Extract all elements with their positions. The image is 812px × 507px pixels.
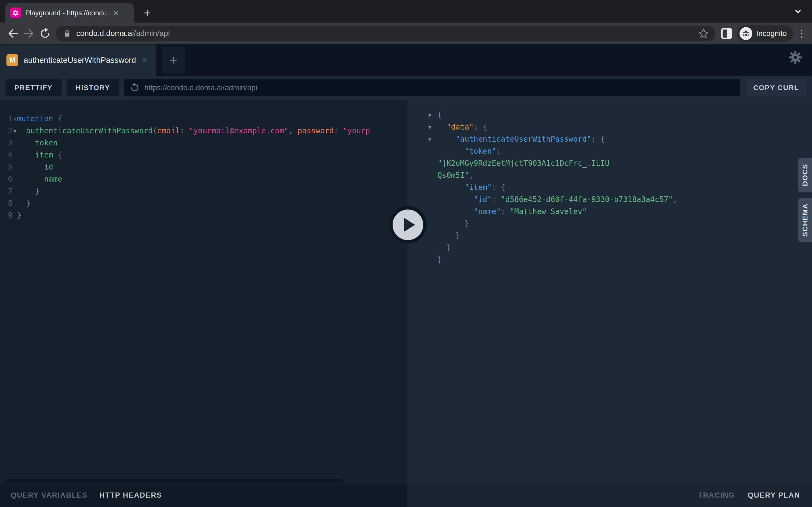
mutation-badge: M bbox=[6, 54, 18, 66]
code-line: 7 } bbox=[0, 185, 407, 197]
response-line: ▼ "authenticateUserWithPassword": { bbox=[407, 133, 812, 145]
bottom-left-panel: QUERY VARIABLES HTTP HEADERS bbox=[0, 484, 407, 507]
endpoint-url: https://condo.d.doma.ai/admin/api bbox=[145, 83, 257, 92]
incognito-label: Incognito bbox=[756, 29, 787, 38]
line-number: 5 bbox=[0, 161, 12, 173]
prettify-button[interactable]: PRETTIFY bbox=[5, 79, 62, 96]
query-variables-tab[interactable]: QUERY VARIABLES bbox=[11, 491, 88, 500]
line-number: 6 bbox=[0, 173, 12, 185]
graphql-favicon-icon bbox=[10, 7, 21, 18]
bottom-right-panel: TRACING QUERY PLAN bbox=[407, 484, 812, 507]
url-text: condo.d.doma.ai/admin/api bbox=[76, 29, 698, 38]
response-line: } bbox=[407, 254, 812, 266]
bookmark-star-icon[interactable] bbox=[698, 27, 709, 40]
response-line: "item": { bbox=[407, 181, 812, 193]
response-line: } bbox=[407, 230, 812, 242]
incognito-badge: Incognito bbox=[738, 25, 793, 42]
reload-button[interactable] bbox=[37, 25, 53, 42]
response-line: "id": "d586e452-d60f-44fa-9330-b7318a3a4… bbox=[407, 193, 812, 206]
docs-tab[interactable]: DOCS bbox=[798, 158, 812, 192]
lock-icon bbox=[62, 27, 72, 40]
side-panel-icon[interactable] bbox=[721, 28, 732, 39]
response-line: Qs0m5I", bbox=[407, 169, 812, 181]
tab-search-chevron-icon[interactable] bbox=[793, 8, 803, 17]
browser-toolbar: condo.d.doma.ai/admin/api Incognito ⋮ bbox=[0, 22, 812, 45]
code-line: 2▼ authenticateUserWithPassword(email: "… bbox=[0, 125, 407, 137]
playground-tab-title: authenticateUserWithPassword bbox=[23, 56, 136, 65]
browser-tab[interactable]: Playground - https://condo.d.d × bbox=[5, 3, 134, 22]
back-button[interactable] bbox=[5, 25, 21, 42]
response-line: "jK2oMGy9RdzEetMjctT903A1c1DcFrc_.ILIU bbox=[407, 157, 812, 169]
play-icon bbox=[404, 218, 415, 232]
bottom-bar: QUERY VARIABLES HTTP HEADERS TRACING QUE… bbox=[0, 484, 812, 507]
playground-main: 1▼mutation {2▼ authenticateUserWithPassw… bbox=[0, 100, 812, 484]
endpoint-input[interactable]: https://condo.d.doma.ai/admin/api bbox=[124, 79, 741, 96]
code-line: 9} bbox=[0, 209, 407, 221]
code-line: 3 token bbox=[0, 137, 407, 149]
response-line: ▼ "data": { bbox=[407, 121, 812, 133]
fold-toggle-icon[interactable]: ▼ bbox=[428, 121, 431, 133]
endpoint-reload-icon bbox=[130, 82, 140, 93]
code-line: 4 item { bbox=[0, 149, 407, 161]
line-number: 4 bbox=[0, 149, 12, 161]
tracing-tab[interactable]: TRACING bbox=[698, 491, 735, 500]
line-number: 2 bbox=[0, 125, 12, 137]
schema-tab[interactable]: SCHEMA bbox=[798, 198, 812, 242]
fold-toggle-icon[interactable]: ▼ bbox=[428, 109, 431, 121]
query-plan-tab[interactable]: QUERY PLAN bbox=[748, 491, 800, 500]
address-bar[interactable]: condo.d.doma.ai/admin/api bbox=[56, 26, 715, 41]
incognito-icon bbox=[740, 27, 752, 40]
line-number: 8 bbox=[0, 197, 12, 209]
response-line: } bbox=[407, 242, 812, 254]
playground-tab-close-icon[interactable]: × bbox=[142, 56, 147, 65]
fold-toggle-icon[interactable]: ▼ bbox=[13, 113, 16, 125]
line-number: 7 bbox=[0, 185, 12, 197]
code-line: 1▼mutation { bbox=[0, 113, 407, 125]
code-line: 8 } bbox=[0, 197, 407, 209]
history-button[interactable]: HISTORY bbox=[66, 79, 119, 96]
playground-toolbar: PRETTIFY HISTORY https://condo.d.doma.ai… bbox=[0, 76, 812, 100]
code-line: 5 id bbox=[0, 161, 407, 173]
code-line: 6 name bbox=[0, 173, 407, 185]
response-line: "name": "Matthew Savelev" bbox=[407, 206, 812, 218]
response-viewer: ▼{▼ "data": {▼ "authenticateUserWithPass… bbox=[407, 100, 812, 484]
http-headers-tab[interactable]: HTTP HEADERS bbox=[99, 491, 162, 500]
playground-new-tab-button[interactable]: + bbox=[162, 47, 185, 73]
playground-header: M authenticateUserWithPassword × + bbox=[0, 45, 812, 76]
forward-button[interactable] bbox=[21, 25, 37, 42]
playground-session-tab[interactable]: M authenticateUserWithPassword × bbox=[0, 45, 156, 76]
execute-play-button[interactable] bbox=[393, 210, 423, 240]
settings-gear-icon[interactable] bbox=[789, 50, 802, 65]
browser-tab-close-icon[interactable]: × bbox=[113, 9, 118, 17]
fold-toggle-icon[interactable]: ▼ bbox=[13, 125, 16, 137]
query-editor[interactable]: 1▼mutation {2▼ authenticateUserWithPassw… bbox=[0, 100, 407, 484]
fold-toggle-icon[interactable]: ▼ bbox=[428, 133, 431, 146]
line-number: 1 bbox=[0, 113, 12, 125]
line-number: 9 bbox=[0, 209, 12, 221]
browser-tab-title: Playground - https://condo.d.d bbox=[25, 9, 111, 17]
response-line: ▼{ bbox=[407, 109, 812, 121]
browser-tab-strip: Playground - https://condo.d.d × + bbox=[0, 0, 812, 22]
response-line: } bbox=[407, 218, 812, 230]
editor-horizontal-scrollbar[interactable] bbox=[5, 479, 343, 483]
browser-new-tab-button[interactable]: + bbox=[140, 5, 155, 20]
line-number: 3 bbox=[0, 137, 12, 149]
copy-curl-button[interactable]: COPY CURL bbox=[746, 79, 807, 96]
response-line: "token": bbox=[407, 145, 812, 157]
browser-menu-icon[interactable]: ⋮ bbox=[797, 28, 807, 39]
